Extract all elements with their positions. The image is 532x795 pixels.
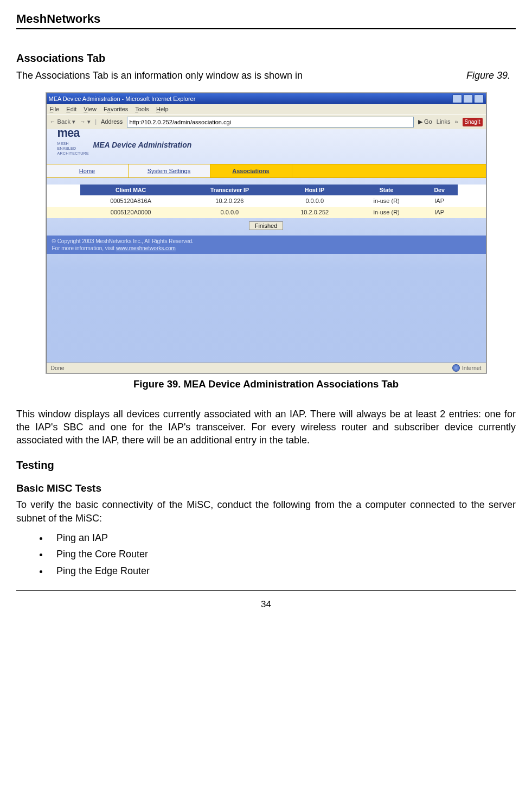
figure-caption: Figure 39. MEA Device Administration Ass… (16, 378, 516, 391)
close-icon[interactable] (474, 94, 484, 103)
logo-sub: MESH ENABLED ARCHITECTURE (57, 141, 87, 156)
intro-line: The Associations Tab is an information o… (16, 69, 516, 82)
logo-word: mea (57, 125, 87, 141)
ie-menubar: File Edit View Favorites Tools Help (47, 104, 486, 115)
cell-txip: 0.0.0.0 (182, 207, 278, 218)
tab-home[interactable]: Home (47, 164, 129, 177)
status-done: Done (51, 364, 65, 372)
address-input[interactable] (127, 117, 414, 128)
col-transceiver-ip: Transceiver IP (182, 185, 278, 195)
copyright-line1: © Copyright 2003 MeshNetworks Inc., All … (52, 238, 480, 245)
menu-view[interactable]: View (84, 106, 97, 112)
minimize-icon[interactable] (452, 94, 462, 103)
associations-table: Client MAC Transceiver IP Host IP State … (47, 185, 486, 218)
copyright-line2-pre: For more information, visit (52, 245, 116, 251)
col-client-mac: Client MAC (80, 185, 182, 195)
cell-dev: IAP (421, 207, 458, 218)
status-zone: Internet (452, 364, 482, 372)
ie-nav-toolbar: ← Back ▾ → ▾ | Address ▶ Go Links» SnagI… (47, 115, 486, 129)
page-header-title: MeshNetworks (16, 11, 516, 29)
internet-zone-icon (452, 364, 460, 372)
table-row: 0005120A0000 0.0.0.0 10.2.0.252 in-use (… (47, 207, 486, 218)
cell-mac: 0005120A0000 (80, 207, 182, 218)
admin-page-title: MEA Device Administration (93, 140, 192, 150)
list-item: Ping an IAP (49, 531, 516, 544)
table-row: 0005120A816A 10.2.0.226 0.0.0.0 in-use (… (47, 195, 486, 207)
menu-favorites[interactable]: Favorites (104, 106, 128, 112)
finished-button[interactable]: Finished (249, 221, 284, 230)
figure-reference: Figure 39. (466, 69, 516, 82)
menu-file[interactable]: File (50, 106, 60, 112)
ie-window-title: MEA Device Administration - Microsoft In… (49, 95, 196, 103)
post-figure-paragraph: This window displays all devices current… (16, 408, 516, 447)
tab-associations[interactable]: Associations (210, 164, 292, 177)
col-host-ip: Host IP (278, 185, 351, 195)
page-number: 34 (16, 590, 516, 611)
links-label[interactable]: Links (437, 118, 451, 126)
test-bullet-list: Ping an IAP Ping the Core Router Ping th… (38, 531, 516, 577)
maximize-icon[interactable] (463, 94, 473, 103)
cell-mac: 0005120A816A (80, 195, 182, 207)
snagit-button[interactable]: SnagIt (463, 118, 483, 126)
col-state: State (351, 185, 421, 195)
testing-heading: Testing (16, 458, 516, 473)
menu-help[interactable]: Help (156, 106, 169, 112)
go-button[interactable]: ▶ Go (418, 118, 432, 126)
tab-system-settings[interactable]: System Settings (129, 164, 210, 177)
list-item: Ping the Core Router (49, 548, 516, 561)
basic-tests-heading: Basic MiSC Tests (16, 481, 516, 495)
cell-dev: IAP (421, 195, 458, 207)
copyright-link[interactable]: www.meshnetworks.com (116, 245, 176, 251)
associations-heading: Associations Tab (16, 51, 516, 66)
cell-txip: 10.2.0.226 (182, 195, 278, 207)
associations-table-block: Client MAC Transceiver IP Host IP State … (47, 185, 486, 234)
ie-content-area: mea MESH ENABLED ARCHITECTURE MEA Device… (47, 129, 486, 362)
address-label: Address (101, 118, 123, 126)
list-item: Ping the Edge Router (49, 564, 516, 577)
cell-state: in-use (R) (351, 195, 421, 207)
window-buttons (452, 94, 484, 103)
copyright-footer: © Copyright 2003 MeshNetworks Inc., All … (47, 236, 486, 254)
basic-tests-paragraph: To verify the basic connectivity of the … (16, 498, 516, 525)
ie-status-bar: Done Internet (47, 362, 486, 373)
ie-window: MEA Device Administration - Microsoft In… (46, 93, 486, 373)
ie-titlebar: MEA Device Administration - Microsoft In… (47, 93, 486, 104)
menu-edit[interactable]: Edit (66, 106, 76, 112)
intro-text: The Associations Tab is an information o… (16, 69, 303, 82)
cell-hostip: 0.0.0.0 (278, 195, 351, 207)
tab-bar: Home System Settings Associations (47, 164, 486, 178)
col-dev: Dev (421, 185, 458, 195)
status-zone-label: Internet (462, 364, 482, 372)
cell-hostip: 10.2.0.252 (278, 207, 351, 218)
mea-logo: mea MESH ENABLED ARCHITECTURE (57, 135, 87, 156)
cell-state: in-use (R) (351, 207, 421, 218)
menu-tools[interactable]: Tools (135, 106, 149, 112)
